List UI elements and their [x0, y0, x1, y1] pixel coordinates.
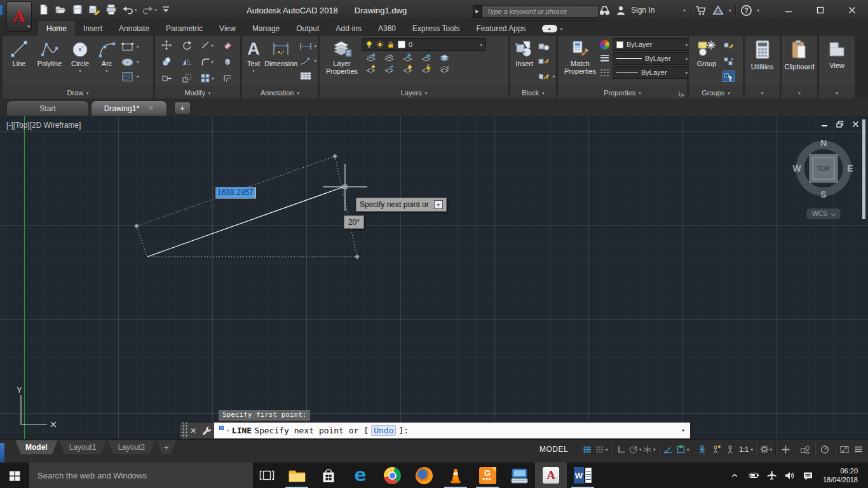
annotation-autoscale-icon[interactable] [709, 442, 723, 456]
layer-lock-tool-icon[interactable] [421, 53, 431, 62]
taskbar-autocad[interactable]: A [535, 463, 567, 488]
qat-customize-button[interactable] [162, 3, 170, 16]
object-snap-tracking-icon[interactable] [661, 442, 675, 456]
lineweight-icon[interactable] [600, 54, 609, 64]
command-input[interactable]: ▾ LINE Specify next point or [ Undo ]: ▴ [214, 423, 690, 438]
drawing-canvas[interactable]: Y [-][Top][2D Wireframe] TOP N W E S WCS [0, 116, 868, 439]
new-file-button[interactable] [38, 3, 50, 16]
create-block-icon[interactable] [538, 41, 550, 51]
annotation-scale-value[interactable]: 1:1 [737, 445, 750, 453]
stretch-icon[interactable] [161, 73, 172, 83]
circle-button[interactable]: Circle ▾ [66, 36, 94, 86]
array-icon[interactable]: ▾ [200, 73, 214, 83]
layer-freeze-icon[interactable] [402, 53, 413, 62]
panel-label-draw[interactable]: Draw▾ [3, 86, 153, 98]
snap-mode-icon[interactable] [580, 442, 594, 456]
properties-dialog-launcher-icon[interactable] [679, 91, 684, 97]
taskbar-edge[interactable]: e [344, 463, 376, 488]
tray-chevron-icon[interactable] [729, 471, 740, 480]
layer-unisolate-icon[interactable] [384, 53, 395, 62]
lineweight-dropdown[interactable]: ByLayer ▾ [613, 52, 691, 65]
layer-freeze-sun-icon[interactable] [376, 41, 384, 48]
move-icon[interactable] [161, 40, 172, 50]
trim-dropdown[interactable]: ▾ [211, 43, 214, 48]
tab-parametric[interactable]: Parametric [158, 21, 211, 36]
taskbar-chrome[interactable] [376, 463, 408, 488]
annotation-visibility-icon[interactable] [695, 442, 709, 456]
panel-label-modify[interactable]: Modify▾ [155, 86, 240, 98]
offset-icon[interactable] [222, 73, 233, 83]
ellipse-dropdown[interactable]: ▾ [137, 60, 139, 64]
tab-featured-apps[interactable]: Featured Apps [468, 21, 534, 36]
fillet-dropdown[interactable]: ▾ [211, 60, 214, 64]
clipboard-icon[interactable] [790, 39, 808, 60]
text-button[interactable]: A Text ▾ [243, 36, 264, 86]
workspace-gear-icon[interactable]: ▾ [759, 442, 773, 456]
tab-annotate[interactable]: Annotate [111, 21, 158, 36]
osnap-dropdown[interactable]: ▾ [687, 447, 689, 452]
panel-label-block[interactable]: Block▾ [510, 86, 556, 98]
layer-off-bulb-icon[interactable] [365, 41, 373, 48]
viewport-controls[interactable]: [-][Top][2D Wireframe] [6, 121, 81, 130]
linetype-icon[interactable] [600, 68, 609, 78]
sign-in-dropdown[interactable]: ▾ [683, 8, 686, 13]
linetype-dropdown[interactable]: ByLayer ▾ [613, 66, 691, 79]
match-properties-button[interactable]: Match Properties [560, 36, 600, 86]
layer-dropdown[interactable]: 0 ▾ [362, 38, 486, 51]
a360-icon[interactable] [712, 5, 724, 16]
group-selection-toggle[interactable] [722, 71, 735, 82]
arc-dropdown[interactable]: ▾ [105, 69, 108, 73]
command-line-bar[interactable]: ✕ ▾ LINE Specify next point or [ Undo ]:… [180, 422, 691, 439]
polyline-button[interactable]: Polyline [33, 36, 66, 86]
fillet-icon[interactable]: ▾ [201, 57, 214, 67]
taskbar-clock[interactable]: 06:20 18/04/2018 [820, 466, 864, 484]
redo-dropdown[interactable]: ▾ [155, 8, 158, 12]
layer-match-icon[interactable] [384, 64, 395, 74]
taskbar-vlc[interactable] [440, 463, 471, 488]
tab-add-ins[interactable]: Add-ins [327, 21, 370, 36]
panel-label-layers[interactable]: Layers▾ [320, 86, 508, 98]
grid-dropdown[interactable]: ▾ [606, 447, 608, 452]
object-snap-icon[interactable]: ▾ [675, 442, 689, 456]
taskbar-windows-store[interactable] [313, 463, 344, 488]
tab-output[interactable]: Output [288, 21, 327, 36]
tab-a360[interactable]: A360 [370, 21, 404, 36]
file-tab-close-icon[interactable]: ✕ [148, 104, 154, 112]
doc-minimize-button[interactable] [821, 121, 828, 128]
viewcube-west[interactable]: W [792, 163, 801, 173]
a360-dropdown[interactable]: ▾ [729, 8, 731, 13]
group-edit-icon[interactable] [722, 55, 735, 67]
tab-manage[interactable]: Manage [244, 21, 288, 36]
tab-model[interactable]: Model [15, 440, 58, 454]
recent-commands-icon[interactable]: ▾ [226, 428, 229, 433]
keyword-search-input[interactable] [482, 5, 599, 18]
clean-screen-icon[interactable] [837, 442, 851, 456]
sign-in-button[interactable]: Sign In [631, 6, 654, 15]
panel-label-view[interactable]: ▾ [819, 86, 855, 98]
maximize-button[interactable] [817, 6, 824, 14]
battery-icon[interactable] [747, 471, 759, 480]
file-tab-start[interactable]: Start [6, 100, 89, 116]
file-tab-drawing1[interactable]: Drawing1* ✕ [91, 100, 167, 116]
app-store-cart-icon[interactable] [695, 5, 707, 16]
utilities-icon[interactable] [754, 39, 771, 60]
layer-properties-button[interactable]: Layer Properties [323, 36, 360, 86]
undo-button[interactable]: ▾ [122, 3, 137, 16]
view-panel-icon[interactable] [827, 39, 846, 58]
ungroup-icon[interactable] [722, 41, 735, 52]
undo-dropdown[interactable]: ▾ [135, 8, 137, 12]
panel-label-properties[interactable]: Properties▾ [558, 86, 687, 98]
tab-express-tools[interactable]: Express Tools [404, 21, 468, 36]
rectangle-dropdown[interactable]: ▾ [137, 44, 139, 49]
dim-linear-dropdown[interactable]: ▾ [314, 44, 316, 48]
object-color-dropdown[interactable]: ByLayer ▾ [613, 38, 691, 51]
polar-tracking-icon[interactable]: ▾ [628, 442, 642, 456]
dynamic-input-field[interactable]: 1638.2857 [215, 187, 256, 199]
layer-dropdown-caret[interactable]: ▾ [480, 43, 482, 47]
table-icon[interactable] [299, 71, 312, 81]
annotation-scale-dropdown[interactable]: ▾ [750, 447, 753, 452]
group-button[interactable]: Group [692, 36, 721, 86]
text-dropdown[interactable]: ▾ [252, 69, 255, 73]
dimension-button[interactable]: Dimension [264, 36, 299, 86]
taskbar-remote-desktop[interactable] [503, 463, 535, 488]
